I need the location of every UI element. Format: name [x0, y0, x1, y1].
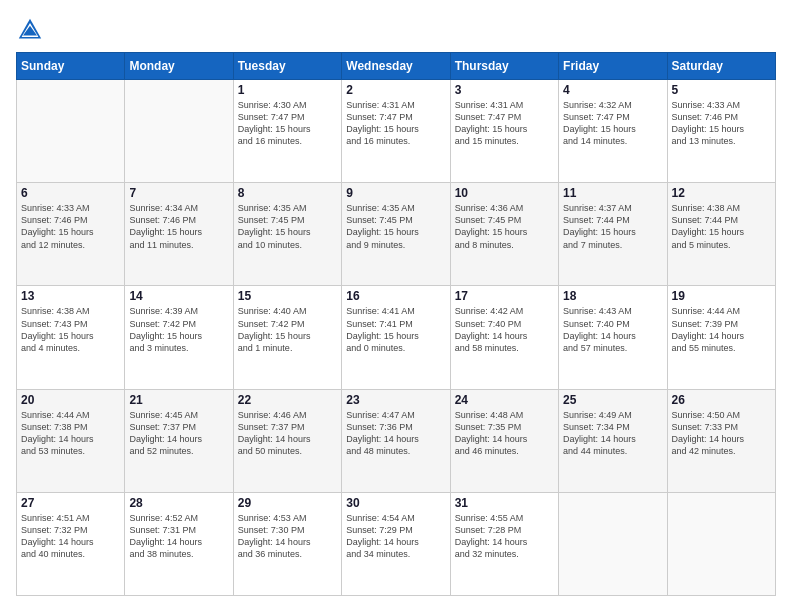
calendar-week-4: 27Sunrise: 4:51 AM Sunset: 7:32 PM Dayli…	[17, 492, 776, 595]
header-saturday: Saturday	[667, 53, 775, 80]
day-info: Sunrise: 4:42 AM Sunset: 7:40 PM Dayligh…	[455, 305, 554, 354]
day-number: 29	[238, 496, 337, 510]
day-number: 24	[455, 393, 554, 407]
day-number: 10	[455, 186, 554, 200]
calendar-cell: 29Sunrise: 4:53 AM Sunset: 7:30 PM Dayli…	[233, 492, 341, 595]
header-monday: Monday	[125, 53, 233, 80]
day-number: 20	[21, 393, 120, 407]
day-number: 25	[563, 393, 662, 407]
header-wednesday: Wednesday	[342, 53, 450, 80]
day-info: Sunrise: 4:35 AM Sunset: 7:45 PM Dayligh…	[238, 202, 337, 251]
day-info: Sunrise: 4:39 AM Sunset: 7:42 PM Dayligh…	[129, 305, 228, 354]
day-info: Sunrise: 4:34 AM Sunset: 7:46 PM Dayligh…	[129, 202, 228, 251]
day-number: 31	[455, 496, 554, 510]
day-number: 27	[21, 496, 120, 510]
calendar-cell: 17Sunrise: 4:42 AM Sunset: 7:40 PM Dayli…	[450, 286, 558, 389]
header-sunday: Sunday	[17, 53, 125, 80]
day-info: Sunrise: 4:37 AM Sunset: 7:44 PM Dayligh…	[563, 202, 662, 251]
day-info: Sunrise: 4:55 AM Sunset: 7:28 PM Dayligh…	[455, 512, 554, 561]
logo-icon	[16, 16, 44, 44]
calendar-cell: 28Sunrise: 4:52 AM Sunset: 7:31 PM Dayli…	[125, 492, 233, 595]
day-number: 8	[238, 186, 337, 200]
calendar-cell: 24Sunrise: 4:48 AM Sunset: 7:35 PM Dayli…	[450, 389, 558, 492]
calendar-week-1: 6Sunrise: 4:33 AM Sunset: 7:46 PM Daylig…	[17, 183, 776, 286]
day-number: 6	[21, 186, 120, 200]
day-number: 1	[238, 83, 337, 97]
page: SundayMondayTuesdayWednesdayThursdayFrid…	[0, 0, 792, 612]
day-number: 11	[563, 186, 662, 200]
calendar-cell: 1Sunrise: 4:30 AM Sunset: 7:47 PM Daylig…	[233, 80, 341, 183]
day-info: Sunrise: 4:30 AM Sunset: 7:47 PM Dayligh…	[238, 99, 337, 148]
calendar-cell	[125, 80, 233, 183]
calendar-cell: 2Sunrise: 4:31 AM Sunset: 7:47 PM Daylig…	[342, 80, 450, 183]
day-number: 3	[455, 83, 554, 97]
day-number: 9	[346, 186, 445, 200]
day-number: 5	[672, 83, 771, 97]
day-number: 30	[346, 496, 445, 510]
day-info: Sunrise: 4:47 AM Sunset: 7:36 PM Dayligh…	[346, 409, 445, 458]
day-info: Sunrise: 4:49 AM Sunset: 7:34 PM Dayligh…	[563, 409, 662, 458]
calendar-cell: 25Sunrise: 4:49 AM Sunset: 7:34 PM Dayli…	[559, 389, 667, 492]
day-info: Sunrise: 4:31 AM Sunset: 7:47 PM Dayligh…	[455, 99, 554, 148]
day-number: 16	[346, 289, 445, 303]
day-number: 7	[129, 186, 228, 200]
calendar-cell	[667, 492, 775, 595]
calendar-header-row: SundayMondayTuesdayWednesdayThursdayFrid…	[17, 53, 776, 80]
calendar-cell: 5Sunrise: 4:33 AM Sunset: 7:46 PM Daylig…	[667, 80, 775, 183]
header-tuesday: Tuesday	[233, 53, 341, 80]
calendar-cell: 27Sunrise: 4:51 AM Sunset: 7:32 PM Dayli…	[17, 492, 125, 595]
day-info: Sunrise: 4:48 AM Sunset: 7:35 PM Dayligh…	[455, 409, 554, 458]
day-info: Sunrise: 4:38 AM Sunset: 7:44 PM Dayligh…	[672, 202, 771, 251]
calendar-week-2: 13Sunrise: 4:38 AM Sunset: 7:43 PM Dayli…	[17, 286, 776, 389]
day-info: Sunrise: 4:41 AM Sunset: 7:41 PM Dayligh…	[346, 305, 445, 354]
day-info: Sunrise: 4:33 AM Sunset: 7:46 PM Dayligh…	[21, 202, 120, 251]
calendar-cell: 16Sunrise: 4:41 AM Sunset: 7:41 PM Dayli…	[342, 286, 450, 389]
day-info: Sunrise: 4:44 AM Sunset: 7:38 PM Dayligh…	[21, 409, 120, 458]
day-number: 4	[563, 83, 662, 97]
calendar-week-0: 1Sunrise: 4:30 AM Sunset: 7:47 PM Daylig…	[17, 80, 776, 183]
day-info: Sunrise: 4:50 AM Sunset: 7:33 PM Dayligh…	[672, 409, 771, 458]
day-info: Sunrise: 4:52 AM Sunset: 7:31 PM Dayligh…	[129, 512, 228, 561]
day-info: Sunrise: 4:32 AM Sunset: 7:47 PM Dayligh…	[563, 99, 662, 148]
day-number: 15	[238, 289, 337, 303]
day-info: Sunrise: 4:40 AM Sunset: 7:42 PM Dayligh…	[238, 305, 337, 354]
calendar-cell: 20Sunrise: 4:44 AM Sunset: 7:38 PM Dayli…	[17, 389, 125, 492]
header-thursday: Thursday	[450, 53, 558, 80]
header-friday: Friday	[559, 53, 667, 80]
day-number: 17	[455, 289, 554, 303]
calendar-cell: 3Sunrise: 4:31 AM Sunset: 7:47 PM Daylig…	[450, 80, 558, 183]
day-number: 21	[129, 393, 228, 407]
calendar-cell: 13Sunrise: 4:38 AM Sunset: 7:43 PM Dayli…	[17, 286, 125, 389]
calendar-cell: 12Sunrise: 4:38 AM Sunset: 7:44 PM Dayli…	[667, 183, 775, 286]
calendar-cell: 30Sunrise: 4:54 AM Sunset: 7:29 PM Dayli…	[342, 492, 450, 595]
calendar-cell: 11Sunrise: 4:37 AM Sunset: 7:44 PM Dayli…	[559, 183, 667, 286]
calendar-cell: 8Sunrise: 4:35 AM Sunset: 7:45 PM Daylig…	[233, 183, 341, 286]
calendar: SundayMondayTuesdayWednesdayThursdayFrid…	[16, 52, 776, 596]
day-number: 14	[129, 289, 228, 303]
calendar-cell: 23Sunrise: 4:47 AM Sunset: 7:36 PM Dayli…	[342, 389, 450, 492]
day-info: Sunrise: 4:31 AM Sunset: 7:47 PM Dayligh…	[346, 99, 445, 148]
day-info: Sunrise: 4:36 AM Sunset: 7:45 PM Dayligh…	[455, 202, 554, 251]
calendar-cell: 14Sunrise: 4:39 AM Sunset: 7:42 PM Dayli…	[125, 286, 233, 389]
calendar-cell: 15Sunrise: 4:40 AM Sunset: 7:42 PM Dayli…	[233, 286, 341, 389]
calendar-week-3: 20Sunrise: 4:44 AM Sunset: 7:38 PM Dayli…	[17, 389, 776, 492]
day-info: Sunrise: 4:38 AM Sunset: 7:43 PM Dayligh…	[21, 305, 120, 354]
day-number: 13	[21, 289, 120, 303]
day-number: 2	[346, 83, 445, 97]
day-number: 12	[672, 186, 771, 200]
calendar-cell: 19Sunrise: 4:44 AM Sunset: 7:39 PM Dayli…	[667, 286, 775, 389]
calendar-cell: 10Sunrise: 4:36 AM Sunset: 7:45 PM Dayli…	[450, 183, 558, 286]
day-info: Sunrise: 4:35 AM Sunset: 7:45 PM Dayligh…	[346, 202, 445, 251]
day-info: Sunrise: 4:46 AM Sunset: 7:37 PM Dayligh…	[238, 409, 337, 458]
day-info: Sunrise: 4:51 AM Sunset: 7:32 PM Dayligh…	[21, 512, 120, 561]
calendar-cell: 6Sunrise: 4:33 AM Sunset: 7:46 PM Daylig…	[17, 183, 125, 286]
day-info: Sunrise: 4:44 AM Sunset: 7:39 PM Dayligh…	[672, 305, 771, 354]
day-number: 26	[672, 393, 771, 407]
calendar-cell: 18Sunrise: 4:43 AM Sunset: 7:40 PM Dayli…	[559, 286, 667, 389]
day-info: Sunrise: 4:43 AM Sunset: 7:40 PM Dayligh…	[563, 305, 662, 354]
day-info: Sunrise: 4:54 AM Sunset: 7:29 PM Dayligh…	[346, 512, 445, 561]
calendar-cell: 21Sunrise: 4:45 AM Sunset: 7:37 PM Dayli…	[125, 389, 233, 492]
day-number: 23	[346, 393, 445, 407]
calendar-cell: 22Sunrise: 4:46 AM Sunset: 7:37 PM Dayli…	[233, 389, 341, 492]
logo	[16, 16, 48, 44]
